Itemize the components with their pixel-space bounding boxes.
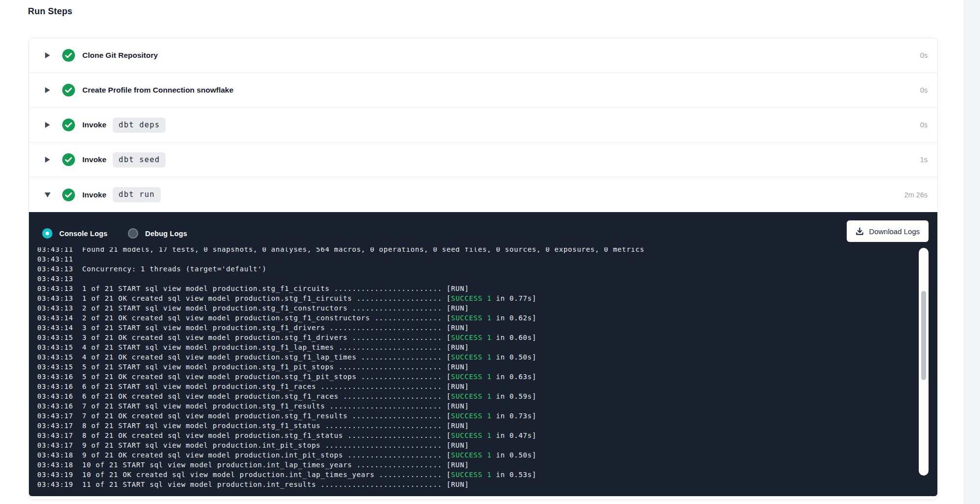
page-title: Run Steps [28, 6, 73, 17]
success-check-icon [62, 49, 75, 62]
success-check-icon [62, 119, 75, 131]
log-line: 03:43:18 9 of 21 OK created sql view mod… [37, 450, 911, 460]
expand-chevron-icon[interactable] [44, 122, 51, 128]
step-label: Invoke [82, 155, 106, 164]
success-check-icon [62, 153, 75, 166]
download-logs-button[interactable]: Download Logs [847, 220, 929, 242]
log-line: 03:43:13 1 of 21 OK created sql view mod… [37, 293, 911, 303]
step-label: Clone Git Repository [82, 51, 158, 60]
log-content: 03:43:11 Found 21 models, 17 tests, 0 sn… [37, 247, 911, 489]
log-line: 03:43:16 6 of 21 START sql view model pr… [37, 382, 911, 391]
step-row-2[interactable]: Create Profile from Connection snowflake… [29, 73, 937, 108]
step-duration: 1s [920, 156, 928, 164]
log-viewport[interactable]: 03:43:11 Found 21 models, 17 tests, 0 sn… [29, 247, 911, 492]
log-line: 03:43:18 10 of 21 START sql view model p… [37, 460, 911, 470]
log-line: 03:43:19 10 of 21 OK created sql view mo… [37, 470, 911, 480]
log-line: 03:43:11 Found 21 models, 17 tests, 0 sn… [37, 247, 911, 254]
expand-chevron-icon[interactable] [44, 157, 51, 163]
step-label: Invoke [82, 120, 106, 129]
log-line: 03:43:19 11 of 21 START sql view model p… [37, 480, 911, 489]
log-line: 03:43:17 7 of 21 OK created sql view mod… [37, 411, 911, 421]
log-line: 03:43:16 5 of 21 OK created sql view mod… [37, 372, 911, 382]
expand-chevron-icon[interactable] [44, 52, 51, 58]
log-line: 03:43:16 6 of 21 OK created sql view mod… [37, 391, 911, 401]
step-row-4[interactable]: Invoke dbt seed 1s [29, 143, 937, 177]
download-logs-label: Download Logs [869, 227, 920, 236]
log-scrollbar-thumb[interactable] [921, 291, 926, 380]
step-row-3[interactable]: Invoke dbt deps 0s [29, 108, 937, 143]
step-duration: 0s [920, 121, 928, 129]
log-panel: Console Logs Debug Logs Download Logs 03… [29, 212, 937, 496]
step-row-1[interactable]: Clone Git Repository 0s [29, 38, 937, 73]
log-line: 03:43:17 8 of 21 OK created sql view mod… [37, 431, 911, 440]
success-check-icon [62, 84, 75, 96]
log-line: 03:43:11 [37, 254, 911, 264]
log-scrollbar-track[interactable] [919, 248, 929, 476]
radio-icon [128, 228, 138, 239]
step-row-5[interactable]: Invoke dbt run 2m 26s [29, 177, 937, 212]
radio-console-logs[interactable]: Console Logs [42, 228, 107, 239]
log-line: 03:43:13 Concurrency: 1 threads (target=… [37, 264, 911, 274]
step-command-chip: dbt seed [113, 152, 166, 168]
step-list: Clone Git Repository 0s Create Profile f… [29, 38, 937, 212]
step-label: Create Profile from Connection snowflake [82, 86, 233, 95]
radio-debug-logs[interactable]: Debug Logs [128, 228, 187, 239]
expand-chevron-icon[interactable] [44, 87, 51, 93]
log-line: 03:43:14 3 of 21 START sql view model pr… [37, 323, 911, 333]
log-line: 03:43:15 4 of 21 OK created sql view mod… [37, 352, 911, 362]
log-line: 03:43:17 9 of 21 START sql view model pr… [37, 440, 911, 450]
page-background-gutter [963, 0, 980, 504]
log-view-options: Console Logs Debug Logs [42, 228, 187, 239]
step-command-chip: dbt run [113, 187, 161, 202]
radio-label: Debug Logs [145, 230, 187, 238]
step-label: Invoke [82, 191, 106, 199]
expand-chevron-icon[interactable] [44, 192, 51, 197]
log-line: 03:43:13 1 of 21 START sql view model pr… [37, 284, 911, 293]
log-line: 03:43:14 2 of 21 OK created sql view mod… [37, 313, 911, 323]
radio-label: Console Logs [59, 230, 107, 238]
log-line: 03:43:13 [37, 274, 911, 284]
radio-icon [42, 228, 52, 239]
success-check-icon [62, 189, 75, 201]
log-line: 03:43:15 3 of 21 OK created sql view mod… [37, 333, 911, 342]
step-duration: 0s [920, 86, 928, 94]
log-line: 03:43:16 7 of 21 START sql view model pr… [37, 401, 911, 411]
log-line: 03:43:15 4 of 21 START sql view model pr… [37, 342, 911, 352]
log-line: 03:43:15 5 of 21 START sql view model pr… [37, 362, 911, 372]
log-line: 03:43:13 2 of 21 START sql view model pr… [37, 303, 911, 313]
log-line: 03:43:17 8 of 21 START sql view model pr… [37, 421, 911, 431]
step-duration: 0s [920, 51, 928, 59]
step-duration: 2m 26s [904, 191, 928, 199]
download-icon [856, 227, 864, 236]
run-steps-card: Clone Git Repository 0s Create Profile f… [28, 38, 938, 500]
step-command-chip: dbt deps [113, 118, 166, 133]
